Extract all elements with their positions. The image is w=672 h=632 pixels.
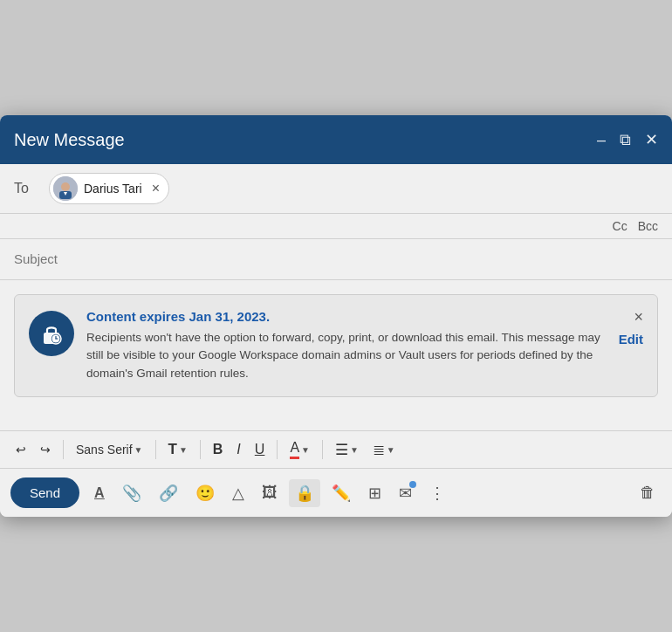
align-dropdown[interactable]: ☰ ▼ [330,437,364,463]
envelope-icon: ✉ [399,484,412,503]
separator-1 [63,440,64,459]
dlp-actions: × Edit [619,309,643,347]
drive-icon: △ [232,484,244,503]
signature-button[interactable]: ✏️ [326,479,357,507]
dlp-close-button[interactable]: × [634,309,643,325]
italic-button[interactable]: I [231,438,245,461]
font-family-dropdown[interactable]: Sans Serif ▼ [71,439,148,460]
layout-icon: ⊞ [368,484,381,503]
separator-5 [322,440,323,459]
bottom-toolbar: Send A 📎 🔗 🙂 △ 🖼 🔒 ✏️ ⊞ ✉ [0,468,672,517]
font-size-dropdown[interactable]: T ▼ [163,437,193,462]
scheduled-send-button[interactable]: ✉ [393,479,418,507]
subject-input[interactable] [14,251,658,266]
body-area[interactable]: Content expires Jan 31, 2023. Recipients… [0,280,672,420]
dlp-edit-button[interactable]: Edit [619,332,643,347]
more-icon: ⋮ [429,484,445,503]
minimize-icon[interactable]: – [597,131,606,149]
separator-4 [277,440,278,459]
to-row: To Darius Tari × [0,164,672,214]
format-toolbar: ↩ ↪ Sans Serif ▼ T ▼ B I U A ▼ [0,430,672,468]
emoji-icon: 🙂 [195,484,215,503]
align-icon: ☰ [335,441,348,459]
bold-button[interactable]: B [208,438,229,461]
text-format-icon: A [94,485,105,501]
dlp-card: Content expires Jan 31, 2023. Recipients… [14,294,658,397]
titlebar-controls: – ⧉ ✕ [597,130,658,149]
insert-link-button[interactable]: 🔗 [153,479,184,507]
lock-icon: 🔒 [295,484,314,503]
dlp-title: Content expires Jan 31, 2023. [86,309,607,324]
close-icon[interactable]: ✕ [645,130,658,149]
pen-icon: ✏️ [332,484,351,503]
send-button[interactable]: Send [10,477,79,508]
subject-row [0,239,672,280]
recipient-chip: Darius Tari × [49,173,169,204]
chevron-down-icon-3: ▼ [301,445,310,455]
recipient-name: Darius Tari [84,182,142,196]
bold-icon: B [213,442,223,457]
more-options-button[interactable]: ⋮ [423,479,451,507]
list-dropdown[interactable]: ≣ ▼ [367,437,401,463]
separator-3 [200,440,201,459]
emoji-button[interactable]: 🙂 [189,479,221,507]
separator-2 [155,440,156,459]
link-icon: 🔗 [159,484,178,503]
titlebar: New Message – ⧉ ✕ [0,115,672,164]
chevron-down-icon-2: ▼ [179,445,188,455]
underline-icon: U [255,442,265,457]
attach-file-button[interactable]: 📎 [116,479,147,507]
undo-button[interactable]: ↩ [10,439,31,460]
to-label: To [14,181,38,196]
font-color-icon: A [290,440,299,459]
insert-photo-button[interactable]: 🖼 [256,479,284,506]
expand-icon[interactable]: ⧉ [620,131,631,149]
trash-icon: 🗑 [640,484,655,502]
layout-button[interactable]: ⊞ [362,479,387,507]
discard-button[interactable]: 🗑 [634,479,662,506]
compose-window: New Message – ⧉ ✕ To Darius T [0,115,672,517]
font-size-icon: T [168,441,177,458]
dlp-content: Content expires Jan 31, 2023. Recipients… [86,309,607,382]
chevron-down-icon-4: ▼ [350,445,359,455]
undo-icon: ↩ [16,443,26,457]
avatar [53,176,78,201]
font-name-label: Sans Serif [76,443,133,457]
cc-bcc-row: Cc Bcc [0,214,672,239]
text-formatting-button[interactable]: A [88,481,111,505]
recipient-remove-button[interactable]: × [152,182,160,196]
dlp-body: Recipients won't have the option to forw… [86,329,607,382]
italic-icon: I [237,442,240,457]
chevron-down-icon-5: ▼ [387,445,395,455]
dlp-icon [29,311,74,356]
bcc-button[interactable]: Bcc [638,219,658,233]
photo-icon: 🖼 [262,484,278,502]
font-color-dropdown[interactable]: A ▼ [285,436,315,463]
confidential-mode-button[interactable]: 🔒 [289,479,320,507]
redo-icon: ↪ [40,443,51,457]
underline-button[interactable]: U [250,438,271,461]
cc-button[interactable]: Cc [613,219,627,233]
chevron-down-icon: ▼ [134,445,143,455]
drive-button[interactable]: △ [226,479,250,507]
redo-button[interactable]: ↪ [35,439,56,460]
svg-point-2 [61,182,70,191]
paperclip-icon: 📎 [122,484,141,503]
list-icon: ≣ [373,441,385,459]
window-title: New Message [14,130,125,150]
